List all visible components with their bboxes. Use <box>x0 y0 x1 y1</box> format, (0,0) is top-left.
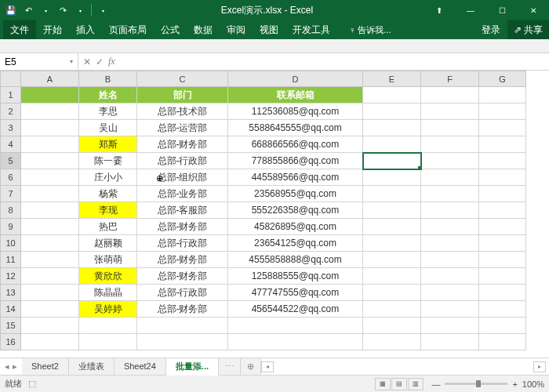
cell[interactable] <box>421 285 479 301</box>
view-normal-icon[interactable]: ▦ <box>375 378 391 390</box>
select-all-corner[interactable] <box>1 71 21 87</box>
sheet-add-button[interactable]: ⊕ <box>241 358 261 376</box>
cell[interactable] <box>421 103 479 120</box>
cell[interactable] <box>479 169 526 186</box>
tab-layout[interactable]: 页面布局 <box>102 20 154 39</box>
cell[interactable] <box>421 186 479 202</box>
cell[interactable] <box>363 252 421 268</box>
zoom-out-button[interactable]: — <box>431 379 440 389</box>
cell[interactable]: 总部-行政部 <box>137 235 228 252</box>
cell[interactable]: 总部-行政部 <box>137 285 228 301</box>
cell[interactable] <box>21 136 79 153</box>
cell[interactable] <box>421 202 479 219</box>
col-header[interactable]: F <box>421 71 479 87</box>
cell[interactable]: 总部-运营部 <box>137 120 228 136</box>
row-header[interactable]: 8 <box>1 202 21 219</box>
cell[interactable]: 5588645555@qq.com <box>228 120 363 136</box>
undo-icon[interactable]: ↶ <box>20 2 36 18</box>
col-header[interactable]: A <box>21 71 79 87</box>
maximize-button[interactable]: ☐ <box>486 0 518 20</box>
row-header[interactable]: 2 <box>1 103 21 120</box>
cell[interactable]: 吴婷婷 <box>79 301 137 318</box>
sheet-tab[interactable]: 业绩表 <box>69 358 115 376</box>
cell[interactable]: 总部-财务部 <box>137 252 228 268</box>
row-header[interactable]: 6 <box>1 169 21 186</box>
cell[interactable] <box>21 268 79 285</box>
cell[interactable] <box>363 120 421 136</box>
cell[interactable]: 总部-业务部 <box>137 186 228 202</box>
tab-insert[interactable]: 插入 <box>69 20 102 39</box>
cell[interactable] <box>363 285 421 301</box>
cell[interactable]: 456544522@qq.com <box>228 301 363 318</box>
zoom-in-button[interactable]: + <box>512 379 517 389</box>
cell[interactable] <box>21 153 79 169</box>
cell[interactable] <box>479 136 526 153</box>
redo-icon[interactable]: ↷ <box>55 2 71 18</box>
cell[interactable] <box>479 103 526 120</box>
cell[interactable] <box>421 268 479 285</box>
sheet-more-icon[interactable]: ⋯ <box>219 358 241 376</box>
sheet-tab[interactable]: Sheet2 <box>22 358 69 376</box>
cell[interactable]: 总部-财务部 <box>137 136 228 153</box>
row-header[interactable]: 15 <box>1 318 21 334</box>
cell[interactable] <box>479 219 526 235</box>
cell[interactable]: 庄小小 <box>79 169 137 186</box>
cell[interactable] <box>421 301 479 318</box>
cell[interactable] <box>421 235 479 252</box>
tab-review[interactable]: 审阅 <box>220 20 253 39</box>
row-header[interactable]: 5 <box>1 153 21 169</box>
cell[interactable] <box>363 153 421 169</box>
cell[interactable] <box>21 285 79 301</box>
cell[interactable] <box>421 136 479 153</box>
tab-home[interactable]: 开始 <box>36 20 69 39</box>
cell[interactable]: 吴山 <box>79 120 137 136</box>
cell[interactable] <box>479 202 526 219</box>
cell[interactable]: 李现 <box>79 202 137 219</box>
cell[interactable] <box>479 120 526 136</box>
cell[interactable] <box>479 268 526 285</box>
cell[interactable] <box>363 202 421 219</box>
cell[interactable]: 23654125@qq.com <box>228 235 363 252</box>
save-icon[interactable]: 💾 <box>3 2 19 18</box>
cell[interactable] <box>479 235 526 252</box>
spreadsheet-grid[interactable]: A B C D E F G 1姓名部门联系邮箱 2 李思 总部-技术部 1125… <box>0 71 549 358</box>
scroll-right-icon[interactable]: ▸ <box>533 361 546 372</box>
cell[interactable]: 联系邮箱 <box>228 87 363 103</box>
cancel-icon[interactable]: ✕ <box>83 56 91 67</box>
cell[interactable]: 778855866@qq.com <box>228 153 363 169</box>
cell[interactable] <box>21 301 79 318</box>
tab-file[interactable]: 文件 <box>3 20 36 39</box>
sheet-nav-prev[interactable]: ◂ <box>5 361 9 372</box>
cell[interactable] <box>21 202 79 219</box>
cell[interactable]: 总部-客服部 <box>137 202 228 219</box>
row-header[interactable]: 7 <box>1 186 21 202</box>
cell[interactable] <box>363 301 421 318</box>
cell[interactable] <box>479 153 526 169</box>
cell[interactable]: 555226358@qq.com <box>228 202 363 219</box>
row-header[interactable]: 14 <box>1 301 21 318</box>
cell[interactable] <box>21 120 79 136</box>
cell[interactable] <box>363 268 421 285</box>
tab-formula[interactable]: 公式 <box>154 20 187 39</box>
cell[interactable]: 总部-财务部 <box>137 301 228 318</box>
cell[interactable]: 杨紫 <box>79 186 137 202</box>
col-header[interactable]: C <box>137 71 228 87</box>
row-header[interactable]: 1 <box>1 87 21 103</box>
cell[interactable] <box>421 153 479 169</box>
cell[interactable]: 112536085@qq.com <box>228 103 363 120</box>
cell[interactable]: 45826895@qq.com <box>228 219 363 235</box>
tab-dev[interactable]: 开发工具 <box>285 20 337 39</box>
cell[interactable] <box>421 169 479 186</box>
close-button[interactable]: ✕ <box>518 0 549 20</box>
zoom-slider[interactable] <box>445 383 507 385</box>
sheet-tab[interactable]: Sheet24 <box>115 358 166 376</box>
row-header[interactable]: 9 <box>1 219 21 235</box>
row-header[interactable]: 10 <box>1 235 21 252</box>
cell[interactable]: 445589566@qq.com <box>228 169 363 186</box>
cell[interactable] <box>421 120 479 136</box>
cell[interactable]: 总部-行政部 <box>137 153 228 169</box>
sheet-tab[interactable]: 批量添... <box>166 358 219 376</box>
cell[interactable] <box>363 219 421 235</box>
minimize-button[interactable]: — <box>455 0 486 20</box>
cell[interactable] <box>21 169 79 186</box>
